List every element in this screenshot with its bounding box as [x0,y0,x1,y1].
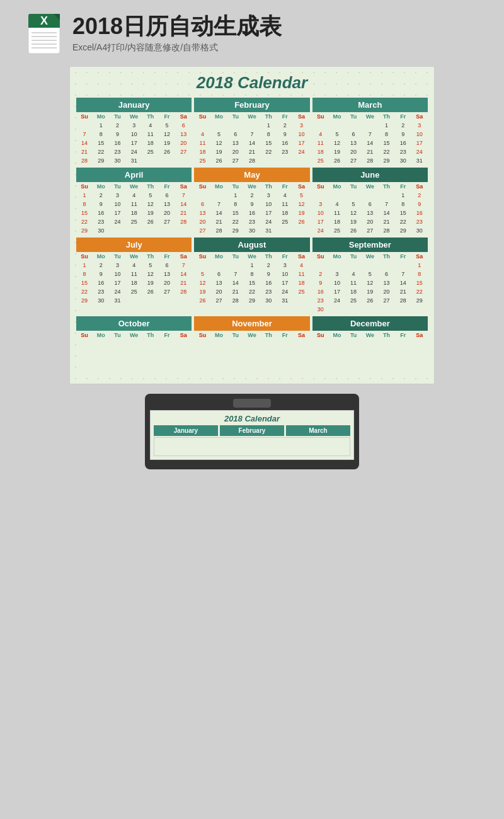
day-cell: 28 [175,287,192,296]
day-cell: 26 [211,156,227,165]
day-cell: 6 [175,121,192,130]
month-september: SeptemberSuMoTuWeThFrSa12345678910111213… [312,238,428,314]
day-cell: 24 [109,217,125,226]
day-cell: 22 [411,287,428,296]
day-cell [142,156,159,165]
day-cell: 28 [362,156,378,165]
day-cell: 19 [194,287,210,296]
day-cell: 26 [159,147,175,156]
day-label: Su [76,331,93,340]
day-cell: 30 [93,296,109,305]
day-cell: 12 [211,139,227,147]
day-cell [227,121,244,130]
day-cell: 7 [362,130,378,139]
day-label: Mo [211,252,227,261]
day-cell: 31 [411,156,428,165]
day-cell: 25 [312,156,329,165]
day-cell: 3 [329,270,345,278]
day-cell: 24 [109,287,125,296]
day-cell: 25 [126,217,142,226]
thumbnail-title: 2018 Calendar [154,414,350,423]
day-label: Mo [329,252,345,261]
main-title: 2018日历自动生成表 [72,13,282,40]
day-cell: 2 [244,191,260,200]
day-cell: 14 [175,200,192,209]
day-label: We [362,331,378,340]
day-cell: 21 [175,209,192,217]
day-label: Mo [93,182,109,191]
day-cell: 12 [345,209,362,217]
day-label: Fr [277,182,293,191]
day-cell: 9 [93,270,109,278]
day-cell: 23 [260,287,277,296]
day-cell: 15 [76,209,93,217]
day-label: Fr [277,252,293,261]
day-cell [175,296,192,305]
day-label: Su [312,252,329,261]
day-label: We [126,252,142,261]
day-label: Sa [411,112,428,121]
day-cell [329,305,345,314]
day-label: Sa [175,182,192,191]
day-label: We [244,112,260,121]
day-cell: 19 [211,147,227,156]
day-cell [194,191,210,200]
day-cell: 20 [378,287,394,296]
day-cell [277,226,293,235]
day-cell: 24 [260,217,277,226]
months-grid: JanuarySuMoTuWeThFrSa1234567891011121314… [76,98,428,377]
day-cell: 15 [76,278,93,287]
day-cell: 8 [395,200,411,209]
day-cell: 25 [142,147,159,156]
day-cell: 4 [194,130,210,139]
day-cell [293,156,309,165]
day-cell: 10 [260,200,277,209]
day-cell [175,226,192,235]
day-cell: 17 [126,139,142,147]
day-cell: 9 [109,130,125,139]
day-cell: 29 [411,296,428,305]
day-cell: 16 [395,139,411,147]
day-cell: 16 [244,209,260,217]
day-label: Sa [293,331,309,340]
day-cell [142,296,159,305]
day-cell: 28 [244,156,260,165]
day-label: Th [378,331,394,340]
day-label: Tu [345,331,362,340]
day-cell: 26 [345,226,362,235]
day-cell [126,226,142,235]
day-label: Sa [411,252,428,261]
day-cell: 25 [345,296,362,305]
day-label: Th [142,331,159,340]
day-label: We [126,112,142,121]
day-cell: 10 [293,130,309,139]
day-cell: 30 [109,156,125,165]
day-cell: 11 [293,270,309,278]
day-cell: 1 [260,121,277,130]
day-cell: 14 [244,139,260,147]
day-label: Th [142,252,159,261]
month-header-august: August [194,238,309,252]
day-cell [362,121,378,130]
day-label: Mo [93,331,109,340]
day-cell [345,305,362,314]
day-cell: 5 [362,270,378,278]
thumbnail-months: January February March [154,425,350,436]
day-cell: 17 [329,287,345,296]
month-header-may: May [194,168,309,182]
day-cell: 24 [126,147,142,156]
day-cell: 31 [126,156,142,165]
day-cell: 24 [277,287,293,296]
day-cell: 25 [194,156,210,165]
day-cell: 1 [244,261,260,270]
day-cell [378,305,394,314]
day-cell: 27 [159,217,175,226]
day-cell: 5 [329,130,345,139]
day-cell: 25 [277,217,293,226]
day-cell: 6 [378,270,394,278]
day-cell: 30 [93,226,109,235]
day-label: Sa [175,252,192,261]
day-cell: 19 [293,209,309,217]
day-cell: 19 [345,217,362,226]
day-cell: 5 [159,121,175,130]
